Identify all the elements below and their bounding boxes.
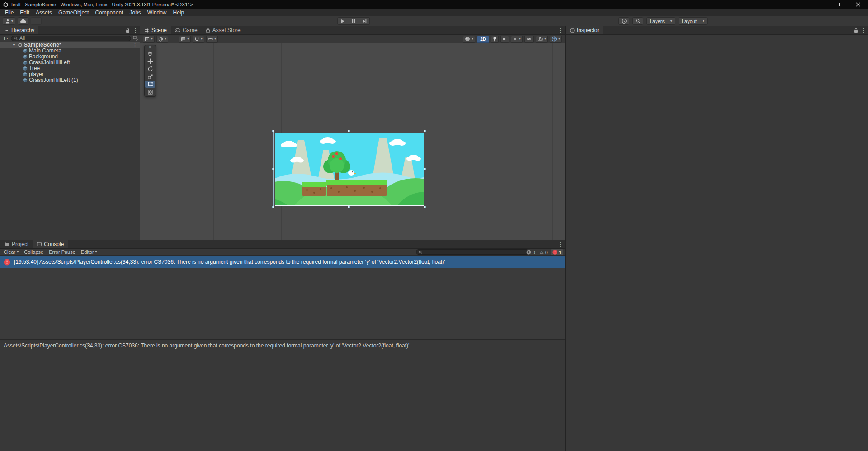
resize-handle[interactable] xyxy=(272,168,274,170)
lightbulb-icon xyxy=(493,36,497,42)
scale-tool[interactable] xyxy=(145,73,155,80)
step-button[interactable] xyxy=(359,17,370,25)
kebab-menu-icon[interactable]: ⋮ xyxy=(861,28,866,33)
chevron-down-icon: ▾ xyxy=(187,37,189,41)
tab-console[interactable]: Console xyxy=(33,240,68,248)
rect-tool[interactable] xyxy=(145,81,155,88)
hierarchy-search-input[interactable]: All xyxy=(11,36,131,41)
scene-camera-dropdown[interactable]: ▾ xyxy=(536,36,548,43)
menu-component[interactable]: Component xyxy=(92,9,126,16)
move-tool[interactable] xyxy=(145,57,155,65)
close-button[interactable] xyxy=(848,0,868,9)
overlay-grip[interactable]: ≡ xyxy=(145,46,155,49)
menu-window[interactable]: Window xyxy=(144,9,170,16)
kebab-menu-icon[interactable]: ⋮ xyxy=(132,43,137,47)
hierarchy-search-label: All xyxy=(19,36,25,41)
rotate-tool[interactable] xyxy=(145,65,155,72)
hierarchy-item-grassjoinhillleft-1[interactable]: GrassJoinHillLeft (1) xyxy=(0,77,140,83)
bottom-tab-bar: Project Console ⋮ xyxy=(0,240,565,249)
scene-audio-toggle[interactable] xyxy=(500,36,509,43)
scene-lighting-toggle[interactable] xyxy=(491,36,499,43)
gameobject-icon xyxy=(23,54,28,59)
console-error-entry[interactable]: [19:53:40] Assets\Scripts\PlayerControll… xyxy=(0,256,565,268)
console-search-box[interactable] xyxy=(416,249,529,255)
console-toolbar: Clear ▾ Collapse Error Pause Editor ▾ 0 xyxy=(0,249,565,256)
scene-panel: Scene Game Asset Store ⋮ ▾ ▾ xyxy=(140,26,565,240)
snap-settings-dropdown[interactable]: ▾ xyxy=(193,36,204,43)
menu-help[interactable]: Help xyxy=(170,9,188,16)
hierarchy-item-main-camera[interactable]: Main Camera xyxy=(0,48,140,54)
tool-handle-rotation-dropdown[interactable]: ▾ xyxy=(156,36,168,43)
tab-game[interactable]: Game xyxy=(171,26,202,34)
search-button[interactable] xyxy=(632,17,643,25)
tab-inspector[interactable]: Inspector xyxy=(566,26,603,34)
foldout-icon[interactable]: ▼ xyxy=(12,42,16,48)
transform-tool[interactable] xyxy=(145,88,155,95)
gameobject-icon xyxy=(23,72,28,77)
tab-hierarchy[interactable]: Hierarchy xyxy=(0,26,38,34)
resize-handle[interactable] xyxy=(424,130,426,132)
console-search-input[interactable] xyxy=(425,249,526,255)
cloud-button[interactable] xyxy=(18,17,28,25)
chevron-down-icon: ▾ xyxy=(6,37,8,40)
error-filter-toggle[interactable]: 1 xyxy=(551,249,563,255)
console-icon xyxy=(37,242,42,247)
scene-effects-dropdown[interactable]: ▾ xyxy=(511,36,523,43)
kebab-menu-icon[interactable]: ⋮ xyxy=(133,28,138,33)
tab-scene[interactable]: Scene xyxy=(140,26,171,34)
resize-handle[interactable] xyxy=(272,206,274,208)
layout-dropdown[interactable]: Layout ▾ xyxy=(679,17,708,25)
kebab-menu-icon[interactable]: ⋮ xyxy=(558,242,563,247)
scene-visibility-toggle[interactable] xyxy=(524,36,534,43)
pause-button[interactable] xyxy=(348,17,359,25)
grid-visibility-dropdown[interactable]: ▾ xyxy=(179,36,191,43)
pick-filter-icon[interactable] xyxy=(133,36,138,41)
hierarchy-item-grassjoinhillleft[interactable]: GrassJoinHillLeft xyxy=(0,60,140,66)
editor-dropdown[interactable]: Editor ▾ xyxy=(78,249,100,256)
hand-tool[interactable] xyxy=(145,50,155,57)
magnet-icon xyxy=(194,37,199,42)
scene-row-sample-scene[interactable]: ▼ SampleScene* ⋮ xyxy=(0,42,140,48)
console-filter-badges: 0 ⚠ 0 1 xyxy=(524,249,563,255)
maximize-button[interactable] xyxy=(827,0,848,9)
account-button[interactable]: ▾ xyxy=(3,17,15,25)
menu-jobs[interactable]: Jobs xyxy=(126,9,144,16)
collapse-button[interactable]: Collapse xyxy=(21,249,46,256)
warning-filter-toggle[interactable]: ⚠ 0 xyxy=(538,249,550,255)
menu-edit[interactable]: Edit xyxy=(17,9,33,16)
draw-mode-dropdown[interactable]: ▾ xyxy=(463,36,475,43)
error-pause-button[interactable]: Error Pause xyxy=(46,249,78,256)
plus-icon: + xyxy=(3,36,6,41)
info-filter-toggle[interactable]: 0 xyxy=(524,249,537,255)
menu-assets[interactable]: Assets xyxy=(33,9,55,16)
undo-history-button[interactable] xyxy=(618,17,629,25)
grid-icon xyxy=(181,37,186,42)
minimize-button[interactable] xyxy=(807,0,827,9)
scene-viewport[interactable]: ≡ xyxy=(140,43,565,240)
resize-handle[interactable] xyxy=(272,130,274,132)
asset-store-icon xyxy=(206,28,210,33)
hierarchy-item-tree[interactable]: Tree xyxy=(0,66,140,71)
services-button[interactable] xyxy=(31,17,42,25)
resize-handle[interactable] xyxy=(348,130,350,132)
snap-increment-dropdown[interactable]: ▾ xyxy=(206,36,218,43)
tab-asset-store[interactable]: Asset Store xyxy=(202,26,245,34)
chevron-down-icon: ▾ xyxy=(558,37,560,41)
lock-icon[interactable] xyxy=(854,28,858,33)
resize-handle[interactable] xyxy=(424,206,426,208)
unity-logo-icon xyxy=(3,2,9,8)
resize-handle[interactable] xyxy=(348,206,350,208)
clear-button[interactable]: Clear ▾ xyxy=(1,249,21,256)
tool-handle-position-dropdown[interactable]: ▾ xyxy=(143,36,155,43)
layers-dropdown[interactable]: Layers ▾ xyxy=(646,17,675,25)
lock-icon[interactable] xyxy=(126,28,130,33)
tab-project[interactable]: Project xyxy=(0,240,33,248)
menu-gameobject[interactable]: GameObject xyxy=(55,9,92,16)
2d-label: 2D xyxy=(480,37,486,42)
create-object-button[interactable]: + ▾ xyxy=(2,36,9,41)
gizmos-dropdown[interactable]: ▾ xyxy=(550,36,562,43)
toggle-2d-button[interactable]: 2D xyxy=(477,36,489,43)
kebab-menu-icon[interactable]: ⋮ xyxy=(558,28,563,33)
menu-file[interactable]: File xyxy=(2,9,17,16)
play-button[interactable] xyxy=(337,17,348,25)
